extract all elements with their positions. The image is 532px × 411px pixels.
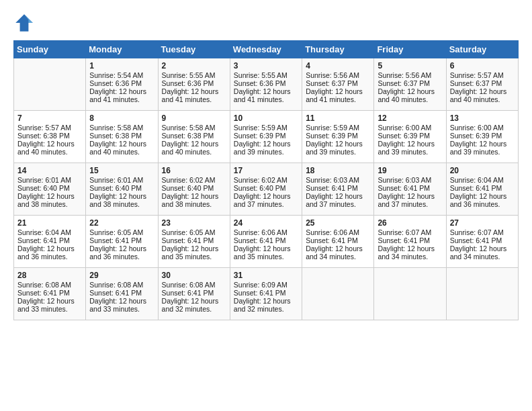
cell-line: Sunset: 6:41 PM [89, 289, 154, 297]
day-number: 15 [89, 166, 154, 175]
day-number: 12 [378, 113, 442, 123]
cell-line: Sunset: 6:39 PM [306, 132, 370, 140]
cell-line: and 41 minutes. [234, 95, 298, 103]
cell-line: Sunset: 6:37 PM [450, 79, 515, 87]
cell-line: Sunset: 6:41 PM [89, 236, 154, 244]
day-number: 2 [162, 61, 226, 71]
cell-line: and 37 minutes. [306, 200, 370, 208]
cell-line: Daylight: 12 hours [378, 140, 442, 148]
cell-line: Sunset: 6:41 PM [450, 236, 515, 244]
day-number: 5 [378, 61, 442, 71]
cell-line: and 34 minutes. [450, 253, 515, 261]
day-number: 6 [450, 61, 515, 71]
page: SundayMondayTuesdayWednesdayThursdayFrid… [0, 0, 532, 411]
cell-line: Sunrise: 5:58 AM [162, 124, 226, 132]
day-number: 4 [306, 61, 370, 71]
cell-line: Daylight: 12 hours [234, 140, 298, 148]
cell-line: Daylight: 12 hours [450, 140, 515, 148]
cell-line: Sunset: 6:41 PM [17, 289, 82, 297]
cell-line: and 36 minutes. [450, 200, 515, 208]
header [13, 12, 519, 34]
cell-line: Sunrise: 6:02 AM [162, 176, 226, 184]
day-number: 13 [450, 113, 515, 123]
cell-line: Sunset: 6:41 PM [450, 184, 515, 192]
cell-line: and 40 minutes. [378, 95, 442, 103]
calendar-cell: 6Sunrise: 5:57 AMSunset: 6:37 PMDaylight… [446, 58, 518, 111]
cell-line: and 39 minutes. [306, 148, 370, 156]
cell-line: Daylight: 12 hours [162, 87, 226, 95]
day-header-sunday: Sunday [14, 41, 86, 58]
cell-line: and 40 minutes. [162, 148, 226, 156]
cell-line: and 34 minutes. [378, 253, 442, 261]
calendar-cell: 7Sunrise: 5:57 AMSunset: 6:38 PMDaylight… [14, 111, 86, 163]
cell-line: Sunrise: 6:06 AM [306, 228, 370, 236]
cell-line: Daylight: 12 hours [89, 192, 154, 200]
calendar-cell: 9Sunrise: 5:58 AMSunset: 6:38 PMDaylight… [158, 111, 230, 163]
cell-line: Daylight: 12 hours [378, 244, 442, 253]
cell-line: Sunset: 6:41 PM [162, 236, 226, 244]
cell-line: and 40 minutes. [17, 148, 82, 156]
day-number: 17 [234, 166, 298, 175]
week-row-4: 21Sunrise: 6:04 AMSunset: 6:41 PMDayligh… [14, 216, 519, 268]
cell-line: Sunrise: 6:06 AM [234, 228, 298, 236]
calendar-cell: 21Sunrise: 6:04 AMSunset: 6:41 PMDayligh… [14, 216, 86, 268]
calendar-cell: 28Sunrise: 6:08 AMSunset: 6:41 PMDayligh… [14, 268, 86, 320]
calendar-cell: 13Sunrise: 6:00 AMSunset: 6:39 PMDayligh… [446, 111, 518, 163]
calendar-cell: 18Sunrise: 6:03 AMSunset: 6:41 PMDayligh… [302, 163, 374, 216]
calendar-cell: 23Sunrise: 6:05 AMSunset: 6:41 PMDayligh… [158, 216, 230, 268]
cell-line: Daylight: 12 hours [162, 244, 226, 253]
calendar-cell: 8Sunrise: 5:58 AMSunset: 6:38 PMDaylight… [86, 111, 158, 163]
day-number: 21 [17, 218, 82, 228]
cell-line: Sunset: 6:41 PM [378, 184, 442, 192]
cell-line: and 39 minutes. [450, 148, 515, 156]
cell-line: and 37 minutes. [378, 200, 442, 208]
cell-line: and 32 minutes. [234, 305, 298, 313]
cell-line: and 41 minutes. [162, 95, 226, 103]
cell-line: Sunset: 6:38 PM [162, 132, 226, 140]
day-header-friday: Friday [374, 41, 446, 58]
cell-line: and 38 minutes. [17, 200, 82, 208]
calendar-cell: 25Sunrise: 6:06 AMSunset: 6:41 PMDayligh… [302, 216, 374, 268]
day-number: 26 [378, 218, 442, 228]
cell-line: Daylight: 12 hours [17, 297, 82, 305]
calendar-cell [446, 268, 518, 320]
calendar-cell: 5Sunrise: 5:56 AMSunset: 6:37 PMDaylight… [374, 58, 446, 111]
cell-line: Sunrise: 6:05 AM [89, 228, 154, 236]
cell-line: Sunrise: 6:07 AM [378, 228, 442, 236]
day-header-thursday: Thursday [302, 41, 374, 58]
day-number: 11 [306, 113, 370, 123]
cell-line: and 34 minutes. [306, 253, 370, 261]
cell-line: Sunrise: 6:00 AM [450, 124, 515, 132]
cell-line: Sunrise: 6:08 AM [89, 281, 154, 289]
cell-line: Daylight: 12 hours [450, 87, 515, 95]
logo-icon [13, 12, 35, 34]
calendar-cell: 14Sunrise: 6:01 AMSunset: 6:40 PMDayligh… [14, 163, 86, 216]
cell-line: Sunrise: 6:02 AM [234, 176, 298, 184]
week-row-5: 28Sunrise: 6:08 AMSunset: 6:41 PMDayligh… [14, 268, 519, 320]
cell-line: Sunset: 6:39 PM [234, 132, 298, 140]
cell-line: Sunrise: 6:03 AM [306, 176, 370, 184]
week-row-1: 1Sunrise: 5:54 AMSunset: 6:36 PMDaylight… [14, 58, 519, 111]
calendar-cell: 20Sunrise: 6:04 AMSunset: 6:41 PMDayligh… [446, 163, 518, 216]
cell-line: Sunrise: 6:01 AM [17, 176, 82, 184]
cell-line: Daylight: 12 hours [89, 87, 154, 95]
cell-line: Daylight: 12 hours [162, 297, 226, 305]
cell-line: and 36 minutes. [17, 253, 82, 261]
cell-line: Daylight: 12 hours [378, 87, 442, 95]
cell-line: and 39 minutes. [234, 148, 298, 156]
week-row-3: 14Sunrise: 6:01 AMSunset: 6:40 PMDayligh… [14, 163, 519, 216]
cell-line: and 37 minutes. [234, 200, 298, 208]
day-header-saturday: Saturday [446, 41, 518, 58]
cell-line: Daylight: 12 hours [450, 244, 515, 253]
day-number: 3 [234, 61, 298, 71]
cell-line: Sunrise: 5:56 AM [306, 71, 370, 79]
calendar-table: SundayMondayTuesdayWednesdayThursdayFrid… [13, 40, 519, 320]
cell-line: Sunrise: 5:58 AM [89, 124, 154, 132]
cell-line: Sunrise: 6:08 AM [17, 281, 82, 289]
cell-line: Sunset: 6:37 PM [306, 79, 370, 87]
day-number: 24 [234, 218, 298, 228]
week-row-2: 7Sunrise: 5:57 AMSunset: 6:38 PMDaylight… [14, 111, 519, 163]
logo [13, 12, 38, 34]
cell-line: and 40 minutes. [89, 148, 154, 156]
cell-line: Sunrise: 5:57 AM [450, 71, 515, 79]
